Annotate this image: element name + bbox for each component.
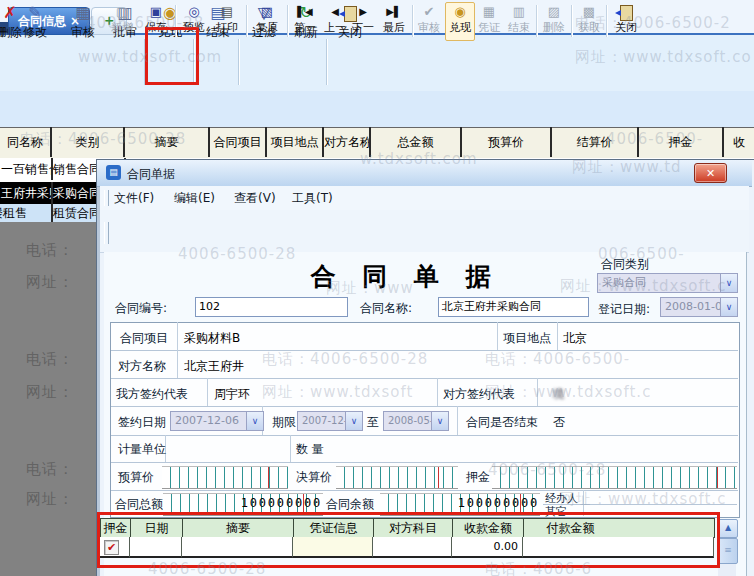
menu-edit[interactable]: 编辑(E) (174, 190, 215, 207)
to-label: 至 (367, 414, 379, 431)
new-doc-icon: ▢ (106, 3, 138, 20)
audit-button[interactable]: ▦ 审核 (61, 2, 105, 52)
contract-name-input[interactable]: 北京王府井采购合同 (438, 297, 589, 317)
column-header-name[interactable]: 同名称 (0, 127, 52, 157)
qty-label: 数 量 (296, 441, 324, 458)
modify-button[interactable]: ✎ 修改 (13, 2, 57, 52)
term-label: 期限 (272, 414, 296, 431)
chevron-down-icon[interactable]: ∨ (246, 412, 263, 430)
grid-line (111, 378, 738, 379)
scrollbar-thumb[interactable]: ≡ (718, 538, 738, 564)
delete-doc-icon: ▨ (540, 3, 568, 20)
application-window: 合同信息 × ＋ ✗ 删除 ✎ 修改 ▦ 审核 ▥ 批审 ◉ 兑现 ▤ 结束 ▽… (0, 0, 754, 576)
chevron-down-icon[interactable]: ∨ (431, 412, 448, 430)
party-value[interactable]: 北京王府井 (184, 358, 244, 375)
grid-line (177, 322, 178, 378)
deposit-label: 押金 (466, 469, 490, 486)
cash-coin-icon: ◉ (446, 3, 474, 20)
column-header-settle[interactable]: 结算价 (552, 127, 639, 157)
grid-line (111, 462, 738, 463)
column-header-receive[interactable]: 收 (724, 127, 754, 157)
preview-icon: ◎ (178, 3, 210, 20)
contract-type-label: 合同类别 (601, 256, 649, 273)
contract-type-dropdown[interactable]: 采购合同 ∨ (597, 273, 738, 293)
their-rep-label: 对方签约代表 (443, 386, 515, 403)
annotation-box-cash-in-button (145, 27, 199, 85)
column-header-type[interactable]: 类别 (52, 127, 125, 157)
toolbar-separator (238, 39, 240, 85)
dialog-close-button[interactable]: ✕ (694, 163, 727, 183)
sign-date-label: 签约日期 (118, 414, 166, 431)
dialog-app-icon: ▤ (106, 165, 121, 180)
print-button[interactable]: ▤打印 (211, 3, 243, 39)
next-record-icon: ▶ (350, 3, 376, 20)
column-header-party[interactable]: 对方名称 (324, 127, 371, 157)
unit-label: 计量单位 (118, 441, 166, 458)
menu-file[interactable]: 文件(F) (114, 190, 154, 207)
first-record-icon: ▌◀ (290, 3, 320, 20)
finish-button-dialog[interactable]: ▥结束 (505, 3, 533, 39)
contract-no-input[interactable]: 102 (195, 297, 348, 317)
column-header-total[interactable]: 总金额 (371, 127, 462, 157)
prev-record-button[interactable]: ◀上一 (322, 3, 348, 39)
grid-line (497, 322, 498, 350)
sign-date-dropdown[interactable]: 2007-12-06 ∨ (170, 411, 264, 431)
column-header-project[interactable]: 合同项目 (210, 127, 267, 157)
total-amount: 100000000 (241, 496, 322, 510)
audit-icon: ▦ (61, 2, 105, 24)
contract-name-label: 合同名称: (360, 300, 412, 317)
dialog-toolbar (100, 210, 749, 253)
our-rep-value[interactable]: 周宇环 (214, 386, 250, 403)
site-value[interactable]: 北京 (563, 330, 587, 347)
our-rep-label: 我方签约代表 (116, 386, 188, 403)
final-price-ruled-field[interactable] (336, 466, 458, 489)
scroll-up-arrow-icon[interactable]: ▲ (718, 519, 738, 538)
edit-pencil-icon: ✎ (13, 2, 57, 24)
next-record-button[interactable]: ▶下一 (350, 3, 376, 39)
finish-doc-icon: ▥ (505, 3, 533, 20)
fetch-icon: ▩ (575, 3, 603, 20)
term-from-dropdown[interactable]: 2007-12-07 ∨ (297, 411, 363, 431)
cash-in-button-dialog[interactable]: ◉兑现 (445, 2, 475, 41)
menu-tools[interactable]: 工具(T) (292, 190, 333, 207)
grid-line (537, 378, 538, 406)
contract-end-label: 合同是否结束 (466, 414, 538, 431)
last-record-button[interactable]: ▶▌最后 (378, 3, 410, 39)
column-header-deposit[interactable]: 押金 (639, 127, 724, 157)
first-record-button[interactable]: ▌◀第一 (290, 3, 320, 39)
new-button[interactable]: ▢新增 (106, 3, 138, 39)
fetch-button[interactable]: ▩获取 (575, 3, 603, 39)
site-label: 项目地点 (503, 330, 551, 347)
save-icon: ▣ (140, 3, 172, 20)
budget-ruled-field[interactable] (162, 466, 288, 489)
dialog-titlebar[interactable] (97, 160, 752, 187)
column-header-budget[interactable]: 预算价 (462, 127, 552, 157)
restore-button[interactable]: ▧复原 (250, 3, 284, 39)
their-rep-value[interactable]: 境 (552, 386, 564, 403)
close-door-icon (610, 3, 642, 20)
prev-record-icon: ◀ (322, 3, 348, 20)
chevron-down-icon[interactable]: ∨ (720, 274, 737, 292)
column-header-site[interactable]: 项目地点 (267, 127, 324, 157)
restore-icon: ▧ (250, 3, 284, 20)
toolbar-separator (606, 5, 608, 37)
project-value[interactable]: 采购材料B (184, 330, 240, 347)
toolbar-separator (287, 5, 289, 37)
grid-line (111, 350, 738, 351)
deposit-ruled-field[interactable] (492, 466, 737, 489)
chevron-down-icon[interactable]: ∨ (345, 412, 362, 430)
close-button-dialog[interactable]: 关闭 (610, 3, 642, 39)
audit-icon: ✔ (415, 3, 443, 20)
reg-date-dropdown[interactable]: 2008-01-09 ∨ (660, 297, 738, 317)
term-to-dropdown[interactable]: 2008-05-07 ∨ (383, 411, 449, 431)
contract-end-value: 否 (553, 414, 565, 431)
delete-button-dialog[interactable]: ▨删除 (540, 3, 568, 39)
voucher-button[interactable]: ▦凭证 (475, 3, 503, 39)
annotation-box-detail-table (97, 512, 720, 568)
chevron-down-icon[interactable]: ∨ (720, 298, 737, 316)
column-header-summary[interactable]: 摘要 (125, 127, 210, 157)
dialog-title: 合同单据 (127, 166, 175, 183)
menu-view[interactable]: 查看(V) (234, 190, 276, 207)
grid-line (557, 322, 558, 350)
audit-button-dialog[interactable]: ✔审核 (415, 3, 443, 39)
